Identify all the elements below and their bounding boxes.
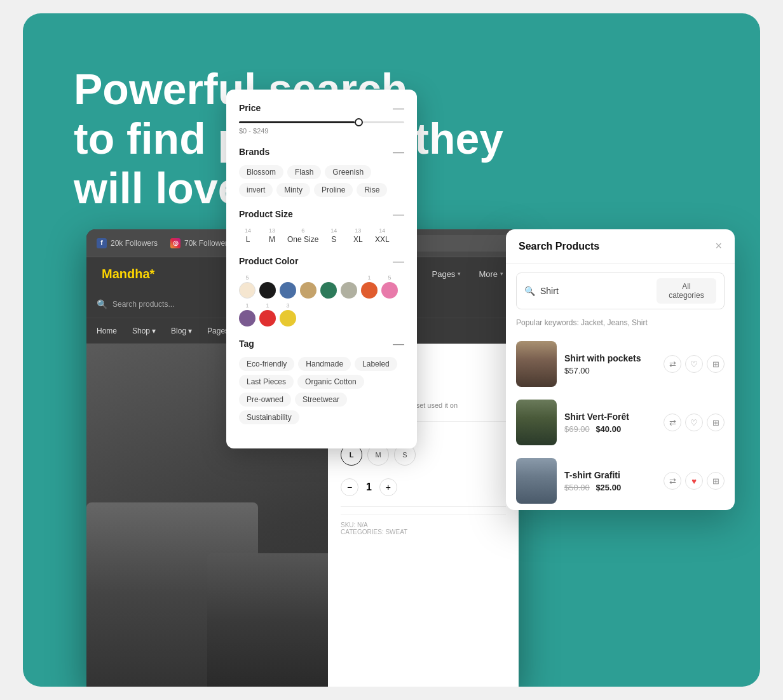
color-yellow[interactable]: 3 [280, 302, 296, 326]
sp-search-bar: 🔍 All categories [516, 273, 725, 309]
dot-teal[interactable] [320, 282, 337, 299]
brand-flash[interactable]: Flash [287, 165, 321, 179]
sp-header: Search Products × [506, 229, 735, 264]
filter-size-section: Product Size — 14 L 13 M 6 One Size 14 [239, 208, 404, 244]
brand-proline[interactable]: Proline [314, 183, 353, 197]
size-onesize-item[interactable]: 6 One Size [287, 227, 318, 244]
dot-gray[interactable] [341, 282, 357, 299]
filter-brands-collapse[interactable]: — [393, 146, 404, 158]
brand-invert[interactable]: invert [239, 183, 273, 197]
qty-decrease[interactable]: − [341, 478, 358, 496]
color-black[interactable] [259, 281, 276, 299]
size-L-item[interactable]: 14 L [239, 227, 257, 244]
sp-close-btn[interactable]: × [715, 239, 722, 253]
size-M-item[interactable]: 13 M [263, 227, 281, 244]
filter-tag-title: Tag [239, 339, 254, 349]
bg-person-2 [207, 553, 341, 687]
size-S-item[interactable]: 14 S [325, 227, 343, 244]
sp-product-2-img [516, 400, 557, 445]
dot-pink[interactable] [381, 282, 398, 299]
dot-red[interactable] [259, 310, 276, 326]
brand-blossom[interactable]: Blossom [239, 165, 283, 179]
dot-black[interactable] [259, 282, 276, 299]
dot-blue[interactable] [280, 282, 296, 299]
sp-product-1-wish[interactable]: ♡ [685, 355, 703, 373]
tag-streetwear[interactable]: Streetwear [295, 393, 347, 407]
instagram-followers: ◎ 70k Followers [170, 238, 231, 248]
sp-product-1-name: Shirt with pockets [564, 353, 656, 363]
sp-search-input[interactable] [540, 286, 651, 296]
quantity-value: 1 [366, 481, 372, 493]
filter-color-collapse[interactable]: — [393, 255, 404, 267]
color-orange[interactable]: 1 [361, 274, 378, 299]
filter-brands-header: Brands — [239, 146, 404, 158]
tag-lastpieces[interactable]: Last Pieces [239, 375, 294, 389]
color-purple[interactable]: 1 [239, 302, 255, 326]
filter-tag-collapse[interactable]: — [393, 338, 404, 349]
size-XXL-item[interactable]: 14 XXL [373, 227, 391, 244]
tag-eco[interactable]: Eco-friendly [239, 357, 294, 371]
brand-rise[interactable]: Rise [357, 183, 387, 197]
sp-product-1-compare[interactable]: ⇄ [664, 355, 681, 373]
dot-purple[interactable] [239, 310, 255, 326]
sp-product-3-compare[interactable]: ⇄ [664, 472, 681, 490]
sp-product-3-options[interactable]: ⊞ [707, 472, 725, 490]
tag-chips: Eco-friendly Handmade Labeled Last Piece… [239, 357, 404, 424]
tag-labeled[interactable]: Labeled [355, 357, 397, 371]
sp-product-2-wish[interactable]: ♡ [685, 414, 703, 431]
color-cream[interactable]: 5 [239, 274, 255, 299]
size-grid: 14 L 13 M 6 One Size 14 S 13 XL [239, 227, 404, 244]
sp-product-2-options[interactable]: ⊞ [707, 414, 725, 431]
color-blue[interactable] [280, 281, 296, 299]
sp-category-btn[interactable]: All categories [657, 278, 716, 304]
filter-price-collapse[interactable]: — [393, 102, 404, 114]
filter-brands-title: Brands [239, 147, 269, 157]
color-teal[interactable] [320, 281, 337, 299]
dot-orange[interactable] [361, 282, 378, 299]
color-red[interactable]: 1 [259, 302, 276, 326]
sp-product-2-price: $69.00 $40.00 [564, 424, 656, 434]
tag-organiccotton[interactable]: Organic Cotton [297, 375, 364, 389]
color-tan[interactable] [300, 281, 317, 299]
nav-more[interactable]: More ▾ [479, 269, 503, 279]
sp-product-list: Shirt with pockets $57.00 ⇄ ♡ ⊞ Shirt V [506, 335, 735, 510]
content-nav-blog[interactable]: Blog ▾ [171, 326, 192, 335]
sp-product-1[interactable]: Shirt with pockets $57.00 ⇄ ♡ ⊞ [511, 335, 730, 393]
qty-increase[interactable]: + [379, 478, 397, 496]
filter-size-collapse[interactable]: — [393, 208, 404, 220]
size-XL-item[interactable]: 13 XL [349, 227, 367, 244]
price-range-track [239, 121, 404, 123]
dot-tan[interactable] [300, 282, 317, 299]
sp-product-2-compare[interactable]: ⇄ [664, 414, 681, 431]
tag-handmade[interactable]: Handmade [298, 357, 351, 371]
more-chevron: ▾ [500, 271, 503, 277]
content-nav-shop[interactable]: Shop ▾ [132, 326, 156, 335]
sp-product-3-info: T-shirt Grafiti $50.00 $25.00 [564, 470, 656, 492]
filter-price-section: Price — $0 - $249 [239, 102, 404, 135]
dot-yellow[interactable] [280, 310, 296, 326]
price-range-thumb[interactable] [355, 118, 363, 126]
quantity-controls: − 1 + [341, 478, 397, 496]
price-range-label: $0 - $249 [239, 127, 404, 135]
filter-brands-section: Brands — Blossom Flash Greenish invert M… [239, 146, 404, 197]
sp-product-2[interactable]: Shirt Vert-Forêt $69.00 $40.00 ⇄ ♡ ⊞ [511, 393, 730, 452]
tag-preowned[interactable]: Pre-owned [239, 393, 291, 407]
nav-pages[interactable]: Pages ▾ [432, 269, 461, 279]
sp-product-3[interactable]: T-shirt Grafiti $50.00 $25.00 ⇄ ♥ ⊞ [511, 452, 730, 510]
sp-product-1-options[interactable]: ⊞ [707, 355, 725, 373]
color-pink[interactable]: 5 [381, 274, 398, 299]
content-blog-chevron: ▾ [188, 326, 192, 335]
color-dots: 5 [239, 274, 404, 326]
sp-search-icon: 🔍 [524, 286, 535, 296]
content-nav-home[interactable]: Home [97, 326, 117, 335]
dot-cream[interactable] [239, 282, 255, 299]
filter-panel: Price — $0 - $249 Brands — Blossom Flash… [226, 90, 417, 448]
brand-greenish[interactable]: Greenish [325, 165, 371, 179]
sp-product-3-wish[interactable]: ♥ [685, 472, 703, 490]
social-followers: f 20k Followers ◎ 70k Followers [97, 238, 231, 248]
brand-minty[interactable]: Minty [276, 183, 310, 197]
filter-price-title: Price [239, 103, 261, 113]
color-gray[interactable] [341, 281, 357, 299]
filter-tag-section: Tag — Eco-friendly Handmade Labeled Last… [239, 338, 404, 424]
tag-sustainability[interactable]: Sustainability [239, 410, 299, 424]
